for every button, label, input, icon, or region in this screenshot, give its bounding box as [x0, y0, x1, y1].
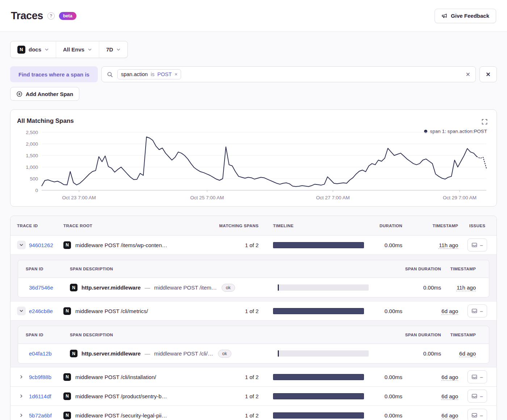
- issues-empty-value: –: [480, 242, 483, 248]
- span-search-input[interactable]: span.action is POST × ✕: [101, 66, 476, 82]
- span-duration: 0.00ms: [369, 284, 441, 291]
- inbox-icon: [472, 412, 477, 418]
- expand-trace-button[interactable]: [17, 373, 26, 381]
- span-timeline-bar: [278, 284, 369, 291]
- matching-spans-count: 1 of 2: [210, 308, 263, 314]
- svg-text:Oct 27 7:00 AM: Oct 27 7:00 AM: [316, 195, 350, 200]
- issues-empty-value: –: [480, 393, 483, 399]
- inbox-icon: [472, 393, 477, 399]
- trace-root-text: middleware POST /cli/installation/: [75, 374, 156, 380]
- trace-timestamp: 6d ago: [441, 393, 458, 399]
- col-timestamp: TIMESTAMP: [402, 224, 458, 228]
- trace-duration: 0.00ms: [368, 308, 402, 314]
- table-row: 1d6114df N middleware POST /product/sent…: [11, 387, 496, 406]
- trace-id-link[interactable]: 1d6114df: [29, 393, 51, 399]
- nextjs-logo-icon: N: [17, 46, 25, 54]
- give-feedback-button[interactable]: Give Feedback: [435, 9, 496, 23]
- trace-timestamp: 6d ago: [441, 374, 458, 380]
- col-span-duration: SPAN DURATION: [369, 333, 441, 337]
- inbox-icon: [472, 374, 477, 380]
- expand-trace-button[interactable]: [17, 411, 26, 420]
- page-filter-bar: N docs All Envs 7D: [10, 41, 128, 58]
- span-id-link[interactable]: e04fa12b: [29, 350, 52, 357]
- svg-text:Oct 23 7:00 AM: Oct 23 7:00 AM: [62, 195, 96, 200]
- expand-trace-button[interactable]: [17, 392, 26, 400]
- matching-spans-chart[interactable]: 2,5002,0001,5001,0005000Oct 23 7:00 AMOc…: [16, 127, 491, 203]
- token-value: POST: [158, 71, 172, 77]
- all-matching-spans-panel: All Matching Spans span 1: span.action:P…: [10, 109, 497, 207]
- span-timeline-bar: [278, 350, 369, 357]
- issues-button[interactable]: –: [468, 409, 487, 420]
- environment-selector-value: All Envs: [63, 46, 84, 53]
- date-range-selector[interactable]: 7D: [99, 41, 127, 58]
- expanded-spans-section: SPAN ID SPAN DESCRIPTION SPAN DURATION T…: [11, 255, 496, 302]
- expand-chart-icon[interactable]: [482, 119, 487, 125]
- add-another-span-button[interactable]: Add Another Span: [10, 87, 79, 101]
- span-description-text: middleware POST /item…: [154, 284, 217, 291]
- collapse-trace-button[interactable]: [17, 307, 26, 315]
- timeline-bar: [273, 242, 364, 248]
- search-clear-icon[interactable]: ✕: [466, 71, 470, 78]
- nextjs-logo-icon: N: [63, 307, 71, 315]
- issues-button[interactable]: –: [468, 238, 487, 251]
- trace-duration: 0.00ms: [368, 242, 402, 248]
- description-separator: —: [144, 350, 150, 357]
- token-remove-icon[interactable]: ×: [175, 72, 177, 77]
- help-icon[interactable]: ?: [47, 12, 55, 20]
- table-header-row: TRACE ID TRACE ROOT MATCHING SPANS TIMEL…: [11, 216, 496, 236]
- search-filter-token[interactable]: span.action is POST ×: [117, 69, 181, 79]
- issues-button[interactable]: –: [468, 370, 487, 383]
- trace-root-text: middleware POST /security-legal-pii…: [75, 412, 167, 419]
- col-span-id: SPAN ID: [18, 267, 70, 271]
- issues-button[interactable]: –: [468, 390, 487, 403]
- page-title: Traces: [11, 10, 43, 22]
- trace-duration: 0.00ms: [368, 393, 402, 399]
- trace-root-text: middleware POST /cli/metrics/: [75, 308, 148, 314]
- timeline-bar: [273, 393, 364, 399]
- traces-table: TRACE ID TRACE ROOT MATCHING SPANS TIMEL…: [10, 216, 497, 420]
- span-row: 36d7546e N http.server.middleware — midd…: [18, 278, 489, 297]
- project-selector[interactable]: N docs: [11, 41, 56, 58]
- token-key: span.action: [121, 71, 148, 77]
- date-range-value: 7D: [106, 46, 113, 53]
- col-timeline: TIMELINE: [263, 224, 368, 228]
- environment-selector[interactable]: All Envs: [56, 41, 99, 58]
- svg-text:Oct 25 7:00 AM: Oct 25 7:00 AM: [190, 195, 224, 200]
- trace-id-link[interactable]: 94601262: [29, 242, 53, 248]
- issues-empty-value: –: [480, 374, 483, 380]
- trace-id-link[interactable]: e246cb8e: [29, 308, 53, 314]
- col-matching-spans: MATCHING SPANS: [210, 224, 263, 228]
- span-timestamp: 6d ago: [459, 350, 476, 357]
- trace-duration: 0.00ms: [368, 412, 402, 419]
- span-id-link[interactable]: 36d7546e: [29, 284, 53, 291]
- trace-timestamp: 11h ago: [439, 242, 458, 248]
- nextjs-logo-icon: N: [63, 241, 71, 249]
- table-row: e246cb8e N middleware POST /cli/metrics/…: [11, 302, 496, 321]
- trace-timestamp: 6d ago: [441, 412, 458, 419]
- give-feedback-label: Give Feedback: [451, 13, 489, 19]
- top-bar: Traces ? beta Give Feedback: [0, 0, 507, 32]
- trace-id-link[interactable]: 9cb9f88b: [29, 374, 51, 380]
- col-trace-id: TRACE ID: [11, 224, 63, 228]
- issues-button[interactable]: –: [468, 304, 487, 317]
- matching-spans-count: 1 of 2: [210, 393, 263, 399]
- trace-duration: 0.00ms: [368, 374, 402, 380]
- trace-id-link[interactable]: 5b72a6bf: [29, 412, 52, 419]
- collapse-trace-button[interactable]: [17, 241, 26, 249]
- nextjs-logo-icon: N: [70, 284, 77, 291]
- trace-timestamp: 6d ago: [441, 308, 458, 314]
- col-span-duration: SPAN DURATION: [369, 267, 441, 271]
- span-status-badge: ok: [218, 350, 231, 358]
- span-status-badge: ok: [222, 284, 235, 292]
- span-op: http.server.middleware: [81, 350, 141, 357]
- remove-span-row-button[interactable]: ✕: [479, 66, 497, 82]
- col-span-id: SPAN ID: [18, 333, 70, 337]
- svg-text:500: 500: [30, 176, 38, 182]
- nextjs-logo-icon: N: [63, 392, 71, 400]
- span-op: http.server.middleware: [81, 284, 141, 291]
- span-condition-label: Find traces where a span is: [10, 66, 98, 82]
- matching-spans-count: 1 of 2: [210, 242, 263, 248]
- col-trace-root: TRACE ROOT: [63, 224, 210, 228]
- close-icon: ✕: [486, 71, 490, 78]
- project-selector-value: docs: [29, 46, 41, 53]
